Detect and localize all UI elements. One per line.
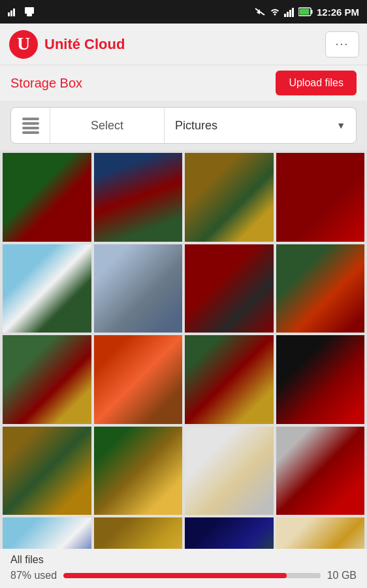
image-thumbnail[interactable] bbox=[94, 153, 183, 242]
clock: 12:26 PM bbox=[317, 7, 359, 18]
category-dropdown[interactable]: Pictures ▼ bbox=[165, 108, 356, 143]
image-thumbnail[interactable] bbox=[94, 244, 183, 333]
storage-progress-row: 87% used 10 GB bbox=[10, 570, 357, 581]
battery-icon bbox=[298, 7, 313, 16]
storage-box-title: Storage Box bbox=[10, 76, 82, 91]
image-thumbnail[interactable] bbox=[276, 335, 365, 424]
image-thumbnail[interactable] bbox=[3, 244, 91, 333]
svg-rect-6 bbox=[284, 14, 286, 17]
image-thumbnail[interactable] bbox=[3, 335, 91, 424]
image-thumbnail[interactable] bbox=[3, 153, 91, 242]
list-icon bbox=[22, 118, 39, 134]
image-thumbnail[interactable] bbox=[185, 153, 274, 242]
storage-size-label: 10 GB bbox=[327, 570, 357, 581]
svg-text:U: U bbox=[17, 33, 30, 54]
chevron-down-icon: ▼ bbox=[336, 120, 345, 131]
status-bar: 12:26 PM bbox=[0, 0, 367, 24]
progress-fill bbox=[63, 573, 287, 578]
svg-rect-1 bbox=[10, 10, 12, 16]
svg-rect-7 bbox=[287, 12, 289, 17]
grid-view-button[interactable] bbox=[11, 108, 50, 143]
wifi-icon bbox=[270, 7, 280, 17]
logo: U Unité Cloud bbox=[8, 29, 125, 60]
signal-icon bbox=[8, 6, 20, 18]
svg-rect-2 bbox=[13, 8, 15, 16]
svg-rect-8 bbox=[289, 10, 291, 17]
logo-text-unite: Unité bbox=[44, 36, 80, 52]
app-name: Unité Cloud bbox=[44, 36, 125, 53]
percent-used-label: 87% used bbox=[10, 570, 57, 581]
image-thumbnail[interactable] bbox=[94, 427, 183, 515]
svg-rect-9 bbox=[292, 8, 294, 17]
bottom-bar: All files 87% used 10 GB bbox=[0, 549, 367, 588]
svg-rect-12 bbox=[299, 9, 309, 15]
image-thumbnail[interactable] bbox=[185, 335, 274, 424]
image-thumbnail[interactable] bbox=[276, 244, 365, 333]
svg-rect-3 bbox=[25, 7, 34, 14]
svg-rect-11 bbox=[311, 10, 312, 14]
category-label: Pictures bbox=[175, 119, 217, 133]
image-thumbnail[interactable] bbox=[185, 427, 274, 515]
image-thumbnail[interactable] bbox=[185, 244, 274, 333]
toolbar-wrapper: Select Pictures ▼ bbox=[0, 101, 367, 150]
toolbar: Select Pictures ▼ bbox=[10, 107, 357, 144]
image-thumbnail[interactable] bbox=[3, 427, 91, 515]
logo-icon: U bbox=[8, 29, 39, 60]
image-grid bbox=[0, 150, 367, 588]
save-icon bbox=[24, 6, 35, 18]
select-label: Select bbox=[91, 119, 123, 133]
logo-text-cloud: Cloud bbox=[80, 36, 125, 52]
progress-bar bbox=[63, 573, 320, 578]
menu-button[interactable]: ··· bbox=[325, 31, 359, 57]
upload-files-button[interactable]: Upload files bbox=[276, 71, 357, 95]
status-right-icons: 12:26 PM bbox=[254, 7, 359, 18]
all-files-label: All files bbox=[10, 554, 357, 566]
image-thumbnail[interactable] bbox=[276, 427, 365, 515]
status-bar-left-icons bbox=[8, 6, 35, 18]
mute-icon bbox=[254, 7, 266, 16]
image-thumbnail[interactable] bbox=[94, 335, 183, 424]
network-signal-icon bbox=[284, 7, 295, 17]
select-button[interactable]: Select bbox=[50, 108, 165, 143]
image-thumbnail[interactable] bbox=[276, 153, 365, 242]
svg-rect-0 bbox=[8, 12, 10, 16]
app-header: U Unité Cloud ··· bbox=[0, 24, 367, 65]
storage-header: Storage Box Upload files bbox=[0, 65, 367, 101]
svg-rect-4 bbox=[27, 14, 32, 16]
